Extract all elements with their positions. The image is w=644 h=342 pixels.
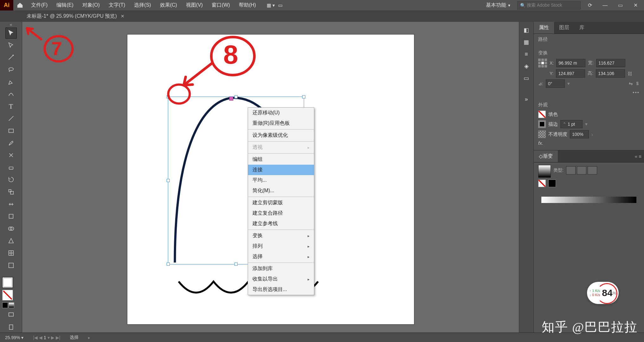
flip-h-icon[interactable]: ⇋ — [629, 81, 633, 86]
zoom-level[interactable]: 25.99% ▾ — [5, 335, 23, 340]
tool-rectangle[interactable] — [5, 125, 17, 136]
handle-bl[interactable] — [167, 263, 170, 266]
ctx-redo[interactable]: 重做(R)应用色板 — [248, 118, 314, 129]
handle-tm[interactable] — [234, 95, 238, 98]
tool-rotate[interactable] — [5, 174, 17, 185]
menu-view[interactable]: 视图(V) — [182, 0, 207, 10]
ctx-average[interactable]: 平均... — [248, 175, 314, 186]
ctx-undo[interactable]: 还原移动(U) — [248, 108, 314, 118]
ctx-arrange[interactable]: 排列 — [248, 241, 314, 251]
stroke-swatch[interactable] — [2, 290, 13, 301]
arrange-docs-icon[interactable]: ▦ ▾ — [267, 3, 275, 8]
menu-select[interactable]: 选择(S) — [130, 0, 155, 10]
opacity-value[interactable]: 100% — [570, 130, 589, 138]
tools-collapse[interactable]: « — [0, 23, 22, 26]
panel-collapse-icon[interactable]: « — [635, 154, 637, 159]
handle-tr[interactable] — [302, 95, 305, 98]
ctx-export-selection[interactable]: 导出所选项目... — [248, 284, 314, 295]
panel-menu-icon[interactable]: ≡ — [639, 154, 641, 159]
tool-type[interactable]: T — [5, 101, 17, 112]
tool-shape-builder[interactable] — [5, 223, 17, 234]
panel-icon-stroke[interactable]: ▭ — [522, 74, 531, 83]
grad-stroke-swatch[interactable] — [538, 180, 546, 187]
tab-properties[interactable]: 属性 — [534, 22, 554, 34]
tool-width[interactable] — [5, 199, 17, 210]
tab-layers[interactable]: 图层 — [554, 22, 574, 34]
tool-perspective[interactable] — [5, 235, 17, 246]
window-minimize[interactable]: — — [599, 1, 611, 10]
tool-screen-mode[interactable] — [5, 309, 17, 320]
ctx-select[interactable]: 选择 — [248, 251, 314, 262]
gradient-preview[interactable] — [538, 165, 551, 178]
panel-collapse-icon[interactable]: » — [522, 95, 531, 104]
flip-v-icon[interactable]: ⥮ — [635, 81, 640, 86]
ctx-collect-export[interactable]: 收集以导出 — [248, 274, 314, 284]
grad-fill-swatch[interactable] — [548, 180, 556, 187]
handle-tl[interactable] — [167, 95, 170, 98]
ctx-guides[interactable]: 建立参考线 — [248, 218, 314, 229]
fx-row[interactable]: fx. — [538, 140, 640, 146]
ctx-clip-mask[interactable]: 建立剪切蒙版 — [248, 198, 314, 208]
transform-h[interactable]: 134.106 — [596, 69, 625, 78]
tool-gradient[interactable] — [5, 260, 17, 271]
stroke-weight[interactable]: ⌃ 1 pt — [560, 120, 583, 128]
fill-color[interactable] — [538, 111, 546, 118]
tool-pen[interactable] — [5, 76, 17, 87]
fill-swatch[interactable] — [2, 277, 13, 288]
ref-point-icon[interactable] — [538, 59, 547, 67]
artboard-nav[interactable]: |◀◀ 1 ▾▶▶| — [33, 335, 60, 340]
ctx-pixel-perfect[interactable]: 设为像素级优化 — [248, 130, 314, 141]
grad-type-linear[interactable] — [566, 166, 576, 174]
workspace-switcher[interactable]: 基本功能 ▼ — [483, 2, 514, 9]
menu-type[interactable]: 文字(T) — [104, 0, 130, 10]
panel-icon-brushes[interactable]: ≡ — [522, 50, 531, 59]
window-close[interactable]: ✕ — [629, 1, 641, 10]
handle-ml[interactable] — [167, 179, 170, 182]
menu-file[interactable]: 文件(F) — [27, 0, 52, 10]
ctx-group[interactable]: 编组 — [248, 154, 314, 165]
tool-scale[interactable] — [5, 187, 17, 198]
panel-icon-swatches[interactable]: ▦ — [522, 38, 531, 47]
menu-window[interactable]: 窗口(W) — [207, 0, 234, 10]
tool-eraser[interactable] — [5, 162, 17, 173]
menu-object[interactable]: 对象(O) — [78, 0, 104, 10]
ctx-compound-path[interactable]: 建立复合路径 — [248, 208, 314, 218]
sync-icon[interactable]: ⟳ — [584, 1, 596, 10]
color-swatches[interactable] — [2, 277, 20, 308]
tool-lasso[interactable] — [5, 64, 17, 75]
gradient-mode-swatch[interactable] — [9, 302, 14, 308]
tool-direct-selection[interactable] — [5, 40, 17, 51]
ctx-add-library[interactable]: 添加到库 — [248, 263, 314, 274]
grad-type-radial[interactable] — [577, 166, 586, 174]
ctx-transform[interactable]: 变换 — [248, 231, 314, 241]
tab-gradient[interactable]: ◇ 渐变 — [534, 150, 558, 162]
canvas[interactable]: 还原移动(U) 重做(R)应用色板 设为像素级优化 透视 编组 连接 平均...… — [22, 22, 519, 332]
tool-free-transform[interactable] — [5, 211, 17, 222]
gradient-slider[interactable] — [541, 197, 636, 203]
home-icon[interactable] — [13, 0, 27, 10]
tool-edit-toggle[interactable] — [5, 321, 17, 332]
tool-curvature[interactable] — [5, 89, 17, 100]
grad-type-freeform[interactable] — [588, 166, 597, 174]
document-tab[interactable]: 未标题-1* @ 25.99% (CMYK/GPU 预览) ✕ — [22, 10, 129, 22]
transform-angle[interactable]: 0° — [546, 79, 565, 88]
transform-w[interactable]: 116.627 — [596, 59, 625, 67]
tool-brush[interactable] — [5, 137, 17, 149]
stock-search[interactable]: 🔍 搜索 Adobe Stock — [517, 1, 581, 10]
tool-selection[interactable] — [5, 28, 17, 39]
window-maximize[interactable]: ▭ — [614, 1, 626, 10]
tool-line[interactable] — [5, 113, 17, 124]
ctx-simplify[interactable]: 简化(M)... — [248, 186, 314, 196]
artboard[interactable]: 还原移动(U) 重做(R)应用色板 设为像素级优化 透视 编组 连接 平均...… — [127, 35, 414, 324]
ctx-join[interactable]: 连接 — [248, 165, 314, 175]
stroke-color[interactable] — [538, 120, 546, 128]
gpu-icon[interactable]: ▭ — [278, 3, 283, 8]
transform-y[interactable]: 124.897 — [556, 69, 585, 78]
panel-icon-symbols[interactable]: ◈ — [522, 62, 531, 71]
tool-mesh[interactable] — [5, 248, 17, 259]
link-wh-icon[interactable]: ⛓ — [628, 71, 632, 76]
close-icon[interactable]: ✕ — [121, 14, 124, 19]
menu-effect[interactable]: 效果(C) — [156, 0, 182, 10]
tool-magic-wand[interactable] — [5, 52, 17, 63]
opacity-swatch[interactable] — [538, 130, 546, 138]
